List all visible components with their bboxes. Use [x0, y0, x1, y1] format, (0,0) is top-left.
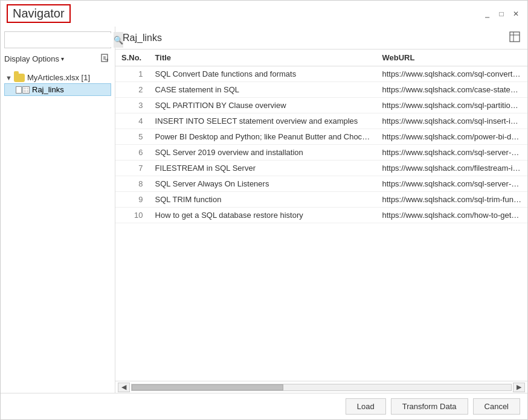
table-row: 3SQL PARTITION BY Clause overviewhttps:/… — [115, 98, 527, 113]
cell-title: SQL TRIM function — [149, 192, 376, 208]
cell-url: https://www.sqlshack.com/case-statement-… — [376, 82, 527, 98]
transform-data-button[interactable]: Transform Data — [391, 398, 468, 415]
cell-sno: 2 — [115, 82, 149, 98]
cell-url: https://www.sqlshack.com/power-bi-deskto… — [376, 129, 527, 145]
cell-title: CASE statement in SQL — [149, 82, 376, 98]
tree-sheet-label: Raj_links — [32, 85, 64, 94]
left-panel: 🔍 Display Options ▾ — [1, 27, 115, 393]
minimize-button[interactable]: ⎯ — [481, 8, 492, 19]
table-container: S.No. Title WebURL 1SQL Convert Date fun… — [115, 49, 527, 393]
display-options-row: Display Options ▾ — [4, 52, 111, 66]
cell-sno: 5 — [115, 129, 149, 145]
sheet-box-icon — [16, 86, 22, 94]
search-box: 🔍 — [4, 31, 111, 48]
folder-icon — [14, 74, 25, 82]
table-row: 10How to get a SQL database restore hist… — [115, 208, 527, 223]
table-row: 9SQL TRIM functionhttps://www.sqlshack.c… — [115, 192, 527, 208]
svg-rect-5 — [510, 32, 520, 42]
chevron-down-icon: ▾ — [61, 56, 64, 62]
table-row: 4INSERT INTO SELECT statement overview a… — [115, 113, 527, 129]
cell-url: https://www.sqlshack.com/sql-partition-b… — [376, 98, 527, 113]
cell-url: https://www.sqlshack.com/filestream-in-s… — [376, 161, 527, 176]
close-button[interactable]: ✕ — [510, 8, 521, 19]
cell-url: https://www.sqlshack.com/sql-trim-functi… — [376, 192, 527, 208]
cell-url: https://www.sqlshack.com/how-to-get-a-sq… — [376, 208, 527, 223]
table-row: 8SQL Server Always On Listenershttps://w… — [115, 176, 527, 192]
cell-title: How to get a SQL database restore histor… — [149, 208, 376, 223]
sheet-icon — [16, 86, 30, 94]
cell-title: SQL Convert Date functions and formats — [149, 66, 376, 82]
footer: Load Transform Data Cancel — [1, 393, 527, 419]
display-options-label: Display Options — [4, 54, 59, 63]
search-input[interactable] — [5, 33, 114, 47]
scrollbar-track[interactable] — [131, 384, 512, 391]
cell-sno: 10 — [115, 208, 149, 223]
cell-title: SQL PARTITION BY Clause overview — [149, 98, 376, 113]
cell-sno: 6 — [115, 145, 149, 161]
cell-url: https://www.sqlshack.com/sql-server-alwa… — [376, 176, 527, 192]
import-icon-button[interactable] — [99, 52, 111, 66]
title-bar: Navigator ⎯ □ ✕ — [1, 1, 527, 27]
cell-url: https://www.sqlshack.com/sql-insert-into… — [376, 113, 527, 129]
main-content: 🔍 Display Options ▾ — [1, 27, 527, 393]
cell-sno: 9 — [115, 192, 149, 208]
window-title: Navigator — [7, 4, 71, 23]
cancel-button[interactable]: Cancel — [473, 398, 520, 415]
cell-url: https://www.sqlshack.com/sql-server-2019… — [376, 145, 527, 161]
col-header-sno: S.No. — [115, 49, 149, 66]
scroll-area[interactable]: S.No. Title WebURL 1SQL Convert Date fun… — [115, 49, 527, 381]
preview-icon-button[interactable] — [509, 31, 520, 44]
table-row: 7FILESTREAM in SQL Serverhttps://www.sql… — [115, 161, 527, 176]
preview-header: Raj_links — [115, 27, 527, 49]
title-bar-controls: ⎯ □ ✕ — [481, 8, 521, 19]
sheet-grid-icon — [22, 86, 30, 94]
display-options-button[interactable]: Display Options ▾ — [4, 54, 64, 63]
table-body: 1SQL Convert Date functions and formatsh… — [115, 66, 527, 223]
cell-title: FILESTREAM in SQL Server — [149, 161, 376, 176]
preview-title: Raj_links — [123, 33, 162, 43]
cell-sno: 8 — [115, 176, 149, 192]
scroll-right-arrow[interactable]: ▶ — [513, 383, 525, 392]
cell-url: https://www.sqlshack.com/sql-convert-dat… — [376, 66, 527, 82]
table-row: 2CASE statement in SQLhttps://www.sqlsha… — [115, 82, 527, 98]
load-button[interactable]: Load — [346, 398, 386, 415]
table-row: 5Power BI Desktop and Python; like Peanu… — [115, 129, 527, 145]
cell-title: SQL Server 2019 overview and installatio… — [149, 145, 376, 161]
table-icon — [509, 31, 520, 42]
cell-sno: 1 — [115, 66, 149, 82]
title-bar-left: Navigator — [7, 4, 71, 23]
col-header-title: Title — [149, 49, 376, 66]
col-header-url: WebURL — [376, 49, 527, 66]
data-table: S.No. Title WebURL 1SQL Convert Date fun… — [115, 49, 527, 223]
cell-sno: 4 — [115, 113, 149, 129]
tree-sheet-item[interactable]: Raj_links — [4, 83, 111, 96]
right-panel: Raj_links S.No. Title — [115, 27, 527, 393]
tree-expand-arrow: ▼ — [5, 74, 14, 81]
import-icon — [100, 53, 110, 63]
navigator-window: Navigator ⎯ □ ✕ 🔍 Display Options ▾ — [0, 0, 528, 420]
tree-file-label: MyArticles.xlsx [1] — [27, 73, 90, 82]
scroll-left-arrow[interactable]: ◀ — [118, 383, 130, 392]
horizontal-scrollbar[interactable]: ◀ ▶ — [115, 381, 527, 393]
cell-sno: 3 — [115, 98, 149, 113]
cell-title: SQL Server Always On Listeners — [149, 176, 376, 192]
scrollbar-thumb[interactable] — [132, 384, 283, 390]
table-header-row: S.No. Title WebURL — [115, 49, 527, 66]
cell-title: INSERT INTO SELECT statement overview an… — [149, 113, 376, 129]
cell-sno: 7 — [115, 161, 149, 176]
table-row: 1SQL Convert Date functions and formatsh… — [115, 66, 527, 82]
cell-title: Power BI Desktop and Python; like Peanut… — [149, 129, 376, 145]
maximize-button[interactable]: □ — [496, 8, 507, 19]
table-row: 6SQL Server 2019 overview and installati… — [115, 145, 527, 161]
tree-file-item[interactable]: ▼ MyArticles.xlsx [1] — [4, 72, 111, 83]
